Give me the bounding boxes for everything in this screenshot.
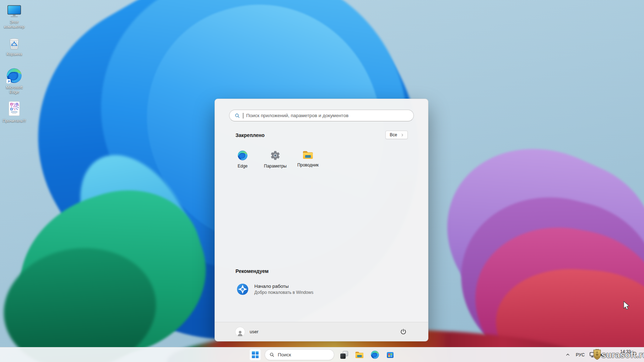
clock[interactable]: 14:33 — [615, 349, 631, 354]
desktop-icon-recycle-bin[interactable]: Корзина — [1, 35, 27, 56]
folder-icon — [302, 150, 314, 160]
desktop-icon-this-pc[interactable]: Этот компьютер — [1, 4, 27, 29]
recycle-bin-icon — [7, 35, 22, 50]
chevron-up-icon — [565, 352, 570, 357]
desktop-icon-label: Корзина — [6, 52, 22, 56]
desktop-icon-microsoft-edge[interactable]: Microsoft Edge — [1, 67, 27, 94]
start-menu-search-input[interactable] — [246, 113, 408, 118]
power-button[interactable] — [397, 326, 409, 338]
search-icon — [269, 352, 275, 357]
desktop-icon-label: Microsoft Edge — [1, 85, 27, 94]
desktop-screen: Этот компьютер Корзина Microsoft Edge Пр… — [0, 0, 644, 362]
desktop-icon-readme[interactable]: Прочитать!!! — [1, 101, 27, 123]
task-view-icon — [340, 351, 348, 359]
bell-icon — [632, 351, 637, 356]
user-account-button[interactable]: user — [236, 327, 258, 336]
store-icon — [386, 350, 395, 359]
edge-icon — [237, 150, 248, 161]
ethernet-icon — [589, 351, 597, 358]
edge-icon — [6, 67, 22, 84]
pinned-all-button[interactable]: Все — [385, 131, 408, 139]
edge-button[interactable] — [370, 350, 379, 360]
get-started-icon — [236, 283, 249, 296]
power-icon — [400, 328, 407, 335]
folder-icon — [355, 351, 364, 359]
recommended-item-get-started[interactable]: Начало работы Добро пожаловать в Windows — [231, 280, 319, 298]
microsoft-store-button[interactable] — [385, 350, 395, 360]
recommended-section-header: Рекомендуем — [236, 268, 269, 274]
chevron-right-icon — [400, 133, 404, 137]
pinned-app-label: Проводник — [297, 163, 319, 168]
username-label: user — [250, 329, 258, 334]
language-indicator[interactable]: РУС — [576, 352, 585, 357]
pinned-app-edge[interactable]: Edge — [226, 149, 259, 169]
taskbar: Поиск РУС — [0, 347, 644, 362]
network-tray-button[interactable] — [589, 351, 597, 360]
desktop-icon-label: Прочитать!!! — [2, 119, 26, 123]
speaker-icon — [600, 352, 607, 358]
task-view-button[interactable] — [340, 350, 349, 360]
tray-overflow-button[interactable] — [565, 352, 570, 359]
file-explorer-button[interactable] — [355, 350, 364, 360]
pinned-app-explorer[interactable]: Проводник — [292, 149, 324, 169]
start-menu-search-box[interactable] — [229, 110, 414, 121]
desktop-icon-label: Этот компьютер — [1, 20, 27, 29]
taskbar-center-group: Поиск — [249, 347, 395, 362]
pinned-app-label: Параметры — [264, 164, 287, 169]
taskbar-app-icons — [340, 350, 395, 360]
taskbar-search-label: Поиск — [278, 352, 291, 357]
start-menu-footer: user — [215, 322, 428, 341]
notification-center-button[interactable] — [632, 351, 637, 358]
gear-icon — [270, 150, 281, 161]
pinned-app-settings[interactable]: Параметры — [259, 149, 292, 169]
pinned-all-button-label: Все — [390, 132, 397, 137]
volume-tray-button[interactable] — [600, 352, 607, 359]
text-caret — [243, 113, 243, 119]
user-avatar-icon — [236, 327, 245, 336]
pinned-apps-row: Edge Параметры Проводник — [226, 149, 324, 169]
start-button[interactable] — [249, 349, 261, 361]
recommended-item-texts: Начало работы Добро пожаловать в Windows — [254, 284, 313, 295]
taskbar-search-box[interactable]: Поиск — [265, 349, 334, 360]
recommended-item-title: Начало работы — [254, 284, 313, 289]
this-pc-icon — [6, 4, 22, 18]
shortcut-arrow-icon — [6, 79, 11, 83]
windows-logo-icon — [252, 351, 259, 358]
recommended-item-subtitle: Добро пожаловать в Windows — [254, 290, 313, 295]
pinned-app-label: Edge — [238, 164, 248, 169]
pinned-section-header: Закреплено — [236, 132, 265, 138]
qr-image-icon — [8, 101, 21, 117]
start-menu: Закреплено Все Edge Параметры — [215, 99, 428, 341]
search-icon — [234, 113, 240, 119]
edge-icon — [370, 350, 379, 359]
